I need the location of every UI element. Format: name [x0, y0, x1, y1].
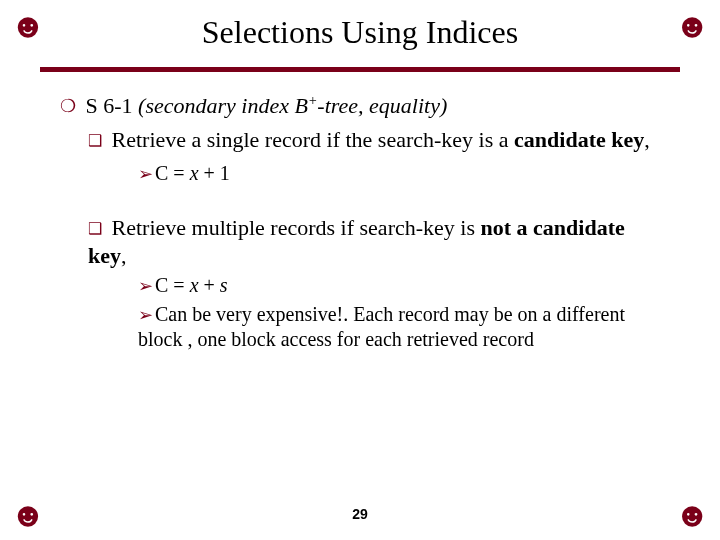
cost2-var1: x	[190, 274, 199, 296]
sub1-bold: candidate key	[514, 127, 644, 152]
cost1-var: x	[190, 162, 199, 184]
decorative-corner-tl: ☻	[10, 6, 46, 45]
arrow-bullet-icon: ➢	[138, 276, 153, 296]
slide-title: Selections Using Indices	[0, 0, 720, 51]
disc-bullet-icon: ❍	[60, 96, 76, 116]
bullet-note: ➢Can be very expensive!. Each record may…	[138, 302, 660, 352]
main-label: S 6-1	[86, 93, 133, 118]
arrow-bullet-icon: ➢	[138, 164, 153, 184]
sub1-tail: ,	[644, 127, 650, 152]
square-bullet-icon: ❑	[88, 220, 102, 237]
bullet-sub-2: ❑ Retrieve multiple records if search-ke…	[88, 214, 660, 269]
bullet-cost-1: ➢C = x + 1	[138, 161, 660, 186]
cost1-pre: C =	[155, 162, 190, 184]
cost1-post: + 1	[199, 162, 230, 184]
arrow-bullet-icon: ➢	[138, 305, 153, 325]
main-desc-post: -tree, equality)	[317, 93, 447, 118]
main-desc-sup: +	[308, 93, 317, 108]
bullet-main: ❍ S 6-1 (secondary index B+-tree, equali…	[60, 92, 660, 120]
bullet-sub-1: ❑ Retrieve a single record if the search…	[88, 126, 660, 154]
sub2-lead: Retrieve	[112, 215, 187, 240]
note-text: Can be very expensive!. Each record may …	[138, 303, 625, 350]
decorative-corner-tr: ☻	[674, 6, 710, 45]
sub2-tail: ,	[121, 243, 127, 268]
sub2-mid: multiple records if search-key is	[186, 215, 480, 240]
main-desc-pre: (secondary index B	[138, 93, 308, 118]
slide-body: ❍ S 6-1 (secondary index B+-tree, equali…	[0, 72, 720, 352]
sub1-lead: Retrieve	[112, 127, 187, 152]
cost2-mid: +	[199, 274, 220, 296]
sub1-mid: a single record if the search-key is a	[186, 127, 514, 152]
cost2-pre: C =	[155, 274, 190, 296]
bullet-cost-2: ➢C = x + s	[138, 273, 660, 298]
square-bullet-icon: ❑	[88, 132, 102, 149]
cost2-var2: s	[220, 274, 228, 296]
page-number: 29	[0, 506, 720, 522]
